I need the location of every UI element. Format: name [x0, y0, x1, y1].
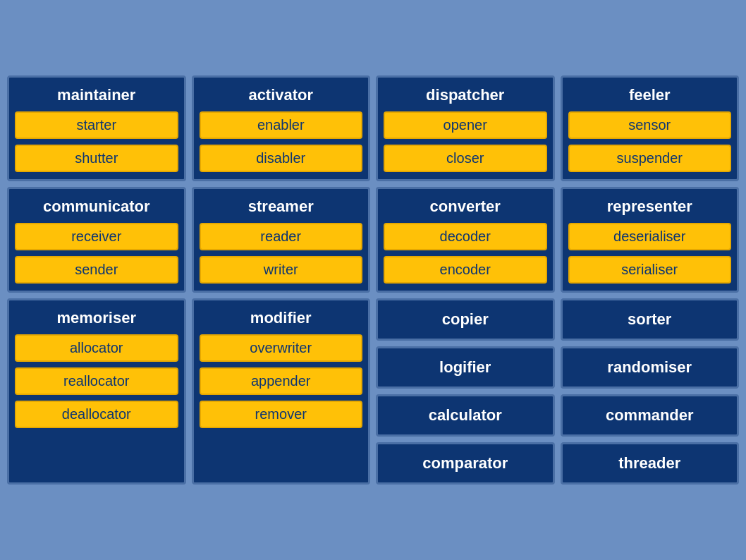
- card-title-converter: converter: [430, 196, 501, 217]
- item-encoder[interactable]: encoder: [384, 256, 547, 284]
- card-converter: converterdecoderencoder: [376, 187, 555, 293]
- item-sensor[interactable]: sensor: [568, 111, 732, 139]
- item-serialiser[interactable]: serialiser: [568, 256, 732, 284]
- item-overwriter[interactable]: overwriter: [200, 334, 363, 362]
- item-allocator[interactable]: allocator: [15, 334, 178, 362]
- single-threader[interactable]: threader: [561, 442, 740, 485]
- single-commander[interactable]: commander: [561, 394, 740, 437]
- item-sender[interactable]: sender: [15, 256, 178, 284]
- item-remover[interactable]: remover: [200, 401, 363, 428]
- card-activator: activatorenablerdisabler: [192, 75, 371, 181]
- card-dispatcher: dispatcheropenercloser: [376, 75, 555, 181]
- item-starter[interactable]: starter: [15, 111, 178, 139]
- card-title-feeler: feeler: [629, 85, 671, 106]
- item-receiver[interactable]: receiver: [15, 223, 178, 250]
- item-disabler[interactable]: disabler: [200, 145, 363, 172]
- single-sorter[interactable]: sorter: [561, 298, 740, 341]
- card-title-representer: representer: [607, 196, 692, 217]
- card-representer: representerdeserialiserserialiser: [561, 187, 740, 293]
- card-feeler: feelersensorsuspender: [561, 75, 740, 181]
- card-modifier: modifieroverwriterappenderremover: [192, 298, 371, 485]
- card-title-memoriser: memoriser: [56, 308, 136, 329]
- card-title-activator: activator: [248, 85, 313, 106]
- item-writer[interactable]: writer: [200, 256, 363, 284]
- item-reallocator[interactable]: reallocator: [15, 367, 178, 395]
- card-title-streamer: streamer: [248, 196, 314, 217]
- card-title-communicator: communicator: [43, 196, 150, 217]
- item-appender[interactable]: appender: [200, 367, 363, 395]
- card-title-dispatcher: dispatcher: [426, 85, 504, 106]
- item-decoder[interactable]: decoder: [384, 223, 547, 250]
- card-streamer: streamerreaderwriter: [192, 187, 371, 293]
- single-comparator[interactable]: comparator: [376, 442, 555, 485]
- item-enabler[interactable]: enabler: [200, 111, 363, 139]
- card-communicator: communicatorreceiversender: [7, 187, 186, 293]
- item-reader[interactable]: reader: [200, 223, 363, 250]
- single-randomiser[interactable]: randomiser: [561, 346, 740, 389]
- item-suspender[interactable]: suspender: [568, 145, 732, 172]
- single-calculator[interactable]: calculator: [376, 394, 555, 437]
- card-title-modifier: modifier: [250, 308, 312, 329]
- item-deserialiser[interactable]: deserialiser: [568, 223, 732, 250]
- card-maintainer: maintainerstartershutter: [7, 75, 186, 181]
- main-grid: maintainerstartershutteractivatorenabler…: [0, 68, 746, 492]
- item-deallocator[interactable]: deallocator: [15, 401, 178, 428]
- item-closer[interactable]: closer: [384, 145, 547, 172]
- singles-grid: copiersorterlogifierrandomisercalculator…: [376, 298, 739, 485]
- item-opener[interactable]: opener: [384, 111, 547, 139]
- item-shutter[interactable]: shutter: [15, 145, 178, 172]
- card-title-maintainer: maintainer: [57, 85, 135, 106]
- single-copier[interactable]: copier: [376, 298, 555, 341]
- single-logifier[interactable]: logifier: [376, 346, 555, 389]
- card-memoriser: memoriserallocatorreallocatordeallocator: [7, 298, 186, 485]
